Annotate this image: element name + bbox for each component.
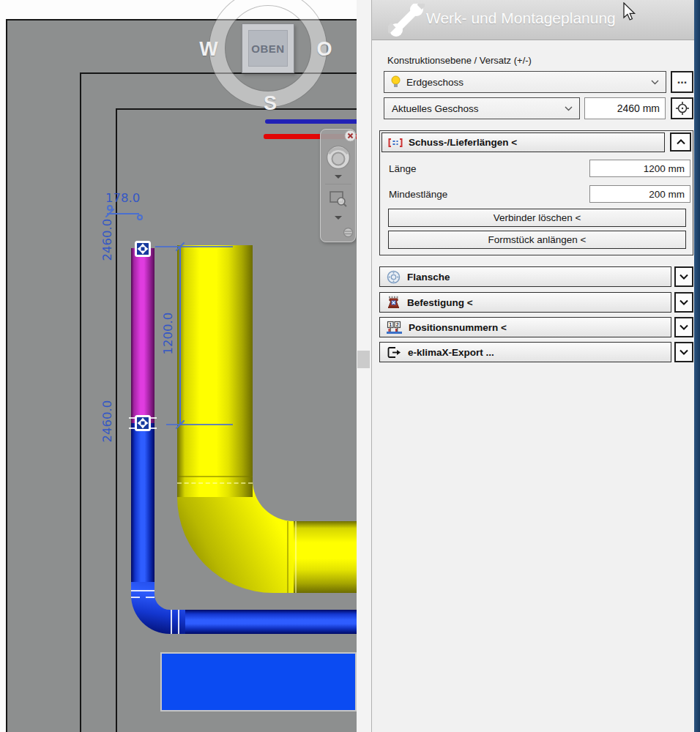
position-numbers-icon: 1 2 — [387, 321, 402, 335]
chevron-down-icon — [651, 80, 659, 85]
chevron-down-icon[interactable] — [335, 216, 342, 220]
pipe-seam — [131, 590, 154, 591]
pipe-seam — [177, 476, 253, 477]
scrollbar-track[interactable] — [357, 0, 371, 732]
viewcube-top-face[interactable]: OBEN — [248, 30, 288, 67]
pipe-seam — [178, 610, 179, 634]
level-combobox[interactable]: Erdgeschoss — [384, 71, 666, 93]
section-eklimax-label: e-klimaX-Export ... — [408, 347, 494, 358]
offset-mode-combobox[interactable]: Aktuelles Geschoss — [384, 97, 580, 119]
dimension-offset: 178.0 — [105, 191, 140, 205]
section-schuss-title: Schuss-/Lieferlängen < — [409, 137, 517, 148]
section-positionsnummern-label: Positionsnummern < — [409, 322, 507, 333]
app-window: 178.0 2460.0 2460.0 1200.0 W O S OBEN — [0, 0, 700, 732]
export-icon — [387, 346, 401, 359]
steering-wheel-icon[interactable] — [326, 145, 351, 170]
wall-line — [116, 108, 357, 110]
section-positionsnummern-header[interactable]: 1 2 Positionsnummern < — [379, 317, 671, 337]
offset-mode-value: Aktuelles Geschoss — [392, 103, 479, 114]
sphere-menu-icon[interactable] — [343, 227, 354, 238]
length-field[interactable]: 1200 mm — [589, 160, 690, 177]
dimension-pipe-length: 1200.0 — [161, 308, 175, 359]
window-edge — [694, 0, 700, 732]
tool-panel: Werk- und Montageplanung Konstruktionseb… — [371, 0, 694, 732]
pipe-seam — [131, 597, 140, 598]
expand-positionsnummern-button[interactable] — [674, 317, 693, 337]
viewcube[interactable]: OBEN — [242, 23, 294, 73]
flange-icon — [387, 270, 401, 284]
browse-levels-button[interactable]: ... — [671, 71, 693, 93]
svg-text:2: 2 — [396, 322, 399, 327]
level-combobox-value: Erdgeschoss — [406, 77, 463, 88]
cad-viewport[interactable]: 178.0 2460.0 2460.0 1200.0 W O S OBEN — [0, 0, 357, 732]
magenta-pipe[interactable] — [131, 248, 154, 423]
move-grip-icon[interactable] — [135, 415, 151, 431]
offset-value-field[interactable]: 2460 mm — [584, 97, 666, 119]
section-befestigung-header[interactable]: Befestigung < — [379, 292, 671, 313]
compass-west[interactable]: W — [198, 38, 220, 61]
section-befestigung-label: Befestigung < — [407, 297, 473, 308]
blue-pipe-vertical[interactable] — [131, 423, 154, 595]
expand-eklimax-button[interactable] — [674, 342, 693, 362]
move-grip-icon[interactable] — [135, 241, 151, 257]
crosshair-icon — [675, 101, 690, 116]
toolbar-divider — [325, 184, 351, 184]
chevron-down-icon — [679, 299, 688, 305]
dimension-extension-line — [166, 424, 233, 425]
dimension-extension-line — [155, 246, 233, 247]
blue-pipe-horizontal[interactable] — [185, 610, 357, 634]
svg-text:1: 1 — [389, 322, 392, 327]
dimension-node — [137, 214, 143, 220]
construction-level-label: Konstruktionsebene / Versatz (+/-) — [387, 55, 532, 66]
wrench-icon — [388, 4, 425, 38]
dimension-line — [179, 247, 181, 425]
dimension-floor-height-bottom: 2460.0 — [100, 396, 114, 447]
chevron-down-icon — [679, 274, 688, 280]
min-length-label: Mindestlänge — [389, 189, 447, 200]
chevron-down-icon[interactable] — [335, 175, 342, 179]
pipe-seam — [146, 597, 154, 598]
section-eklimax-header[interactable]: e-klimaX-Export ... — [379, 342, 671, 362]
yellow-pipe-vertical[interactable] — [177, 245, 253, 497]
pipe-seam — [171, 610, 172, 634]
pick-height-button[interactable] — [671, 97, 693, 119]
close-icon[interactable] — [344, 130, 357, 142]
blue-duct[interactable] — [160, 652, 357, 712]
extend-fitting-button[interactable]: Formstück anlängen < — [388, 231, 686, 249]
zoom-region-icon[interactable] — [329, 190, 348, 209]
chevron-down-icon — [679, 324, 688, 330]
collapse-section-button[interactable] — [670, 132, 691, 152]
expand-flansche-button[interactable] — [674, 266, 693, 287]
pipe-length-icon — [388, 138, 403, 148]
chevron-down-icon — [565, 106, 573, 111]
compass-east[interactable]: O — [313, 38, 335, 61]
supply-line-blue[interactable] — [265, 119, 357, 124]
pipe-seam — [177, 482, 253, 484]
chevron-up-icon — [677, 139, 685, 145]
section-schuss: Schuss-/Lieferlängen < Länge 1200 mm Min… — [379, 130, 693, 255]
browse-levels-label: ... — [677, 73, 687, 86]
delete-connector-button[interactable]: Verbinder löschen < — [388, 209, 686, 227]
panel-header: Werk- und Montageplanung — [372, 0, 695, 40]
length-label: Länge — [389, 163, 417, 174]
chevron-down-icon — [679, 349, 688, 355]
mouse-cursor — [623, 2, 638, 23]
compass-south[interactable]: S — [259, 92, 281, 115]
fastening-icon — [387, 296, 401, 310]
dimension-floor-height-top: 2460.0 — [100, 214, 114, 266]
expand-befestigung-button[interactable] — [674, 292, 693, 313]
bulb-icon — [390, 75, 401, 89]
scrollbar-thumb[interactable] — [357, 351, 370, 368]
section-flansche-header[interactable]: Flansche — [379, 266, 671, 287]
section-schuss-header[interactable]: Schuss-/Lieferlängen < — [381, 132, 665, 152]
section-flansche-label: Flansche — [407, 272, 450, 283]
panel-title: Werk- und Montageplanung — [426, 10, 616, 27]
navigation-toolbar[interactable] — [320, 129, 356, 242]
min-length-field[interactable]: 200 mm — [589, 185, 690, 203]
wall-line — [80, 72, 81, 732]
